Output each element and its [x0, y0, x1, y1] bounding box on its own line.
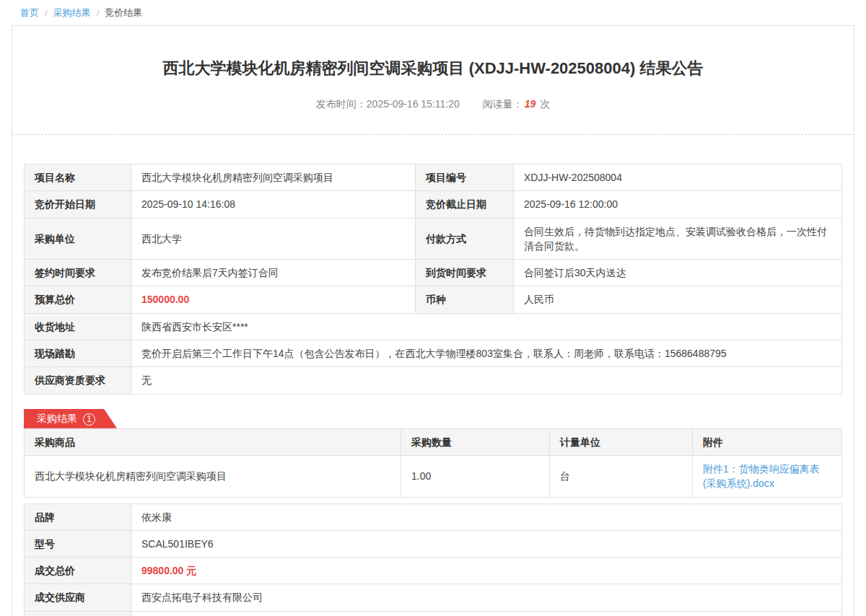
table-row: 品牌 依米康	[25, 503, 842, 530]
budget-total-value: 150000.00	[131, 286, 416, 313]
table-header-row: 采购商品 采购数量 计量单位 附件	[25, 428, 842, 455]
table-row: 现场踏勘 竞价开启后第三个工作日下午14点（包含公告发布日），在西北大学物理楼8…	[25, 340, 842, 367]
read-count-unit: 次	[540, 98, 550, 110]
column-header-quantity: 采购数量	[401, 428, 550, 455]
info-label: 竞价开始日期	[25, 191, 131, 218]
table-row: 竞价开始日期 2025-09-10 14:16:08 竞价截止日期 2025-0…	[25, 191, 842, 218]
table-row: 型号 SCAL501IBEY6	[25, 530, 842, 557]
read-count: 阅读量：19 次	[483, 98, 550, 110]
info-value: 竞价开启后第三个工作日下午14点（包含公告发布日），在西北大学物理楼803室集合…	[131, 340, 842, 367]
model-value: SCAL501IBEY6	[131, 530, 842, 557]
table-row: 采购单位 西北大学 付款方式 合同生效后，待货物到达指定地点、安装调试验收合格后…	[25, 218, 842, 260]
info-label: 采购单位	[25, 218, 131, 260]
result-items-table: 采购商品 采购数量 计量单位 附件 西北大学模块化机房精密列间空调采购项目 1.…	[24, 428, 842, 498]
info-value: 无	[131, 367, 842, 394]
breadcrumb-home-link[interactable]: 首页	[20, 6, 39, 19]
announcement-meta: 发布时间：2025-09-16 15:11:20 阅读量：19 次	[12, 98, 854, 111]
table-row: 签约时间要求 发布竞价结果后7天内签订合同 到货时间要求 合同签订后30天内送达	[25, 260, 842, 286]
product-quantity: 1.00	[401, 455, 550, 497]
info-label: 竞价截止日期	[416, 191, 514, 218]
breadcrumb: 首页 / 采购结果 / 竞价结果	[0, 0, 866, 25]
read-count-label: 阅读量：	[483, 98, 523, 110]
detail-label: 成交供应商	[25, 584, 131, 611]
table-row: 预算总价 150000.00 币种 人民币	[25, 286, 842, 313]
table-row: 成交总价 99800.00 元	[25, 558, 842, 584]
info-label: 收货地址	[25, 313, 131, 340]
attachment-link[interactable]: 附件1：货物类响应偏离表(采购系统).docx	[703, 463, 820, 489]
page-title: 西北大学模块化机房精密列间空调采购项目 (XDJJ-HW-202508004) …	[12, 58, 854, 79]
info-label: 付款方式	[416, 218, 514, 260]
info-value: 发布竞价结果后7天内签订合同	[131, 260, 416, 286]
column-header-unit: 计量单位	[550, 428, 693, 455]
brand-value: 依米康	[131, 503, 842, 530]
column-header-attachment: 附件	[693, 428, 842, 455]
divider	[12, 134, 854, 135]
info-value: 合同生效后，待货物到达指定地点、安装调试验收合格后，一次性付清合同货款。	[514, 218, 842, 260]
table-row: 项目名称 西北大学模块化机房精密列间空调采购项目 项目编号 XDJJ-HW-20…	[25, 164, 842, 191]
info-label: 到货时间要求	[416, 260, 514, 286]
info-label: 项目编号	[416, 164, 514, 191]
table-row: 供应商资质要求 无	[25, 367, 842, 394]
deal-total-price-value: 99800.00 元	[131, 558, 842, 584]
detail-label: 质保及售后服务	[25, 611, 131, 616]
detail-label: 品牌	[25, 503, 131, 530]
publish-time-value: 2025-09-16 15:11:20	[367, 98, 460, 110]
supplier-value: 西安点拓电子科技有限公司	[131, 584, 842, 611]
info-value: 人民币	[514, 286, 842, 313]
info-label: 币种	[416, 286, 514, 313]
warranty-value: 提供五年质保。	[131, 611, 842, 616]
breadcrumb-separator: /	[97, 8, 100, 19]
announcement-card: 西北大学模块化机房精密列间空调采购项目 (XDJJ-HW-202508004) …	[12, 25, 854, 616]
info-label: 项目名称	[25, 164, 131, 191]
info-value: 陕西省西安市长安区****	[131, 313, 842, 340]
publish-time: 发布时间：2025-09-16 15:11:20	[316, 98, 460, 110]
info-value: 西北大学模块化机房精密列间空调采购项目	[131, 164, 416, 191]
project-info-table: 项目名称 西北大学模块化机房精密列间空调采购项目 项目编号 XDJJ-HW-20…	[24, 164, 842, 395]
info-label: 预算总价	[25, 286, 131, 313]
breadcrumb-purchase-results-link[interactable]: 采购结果	[53, 6, 91, 19]
table-row: 收货地址 陕西省西安市长安区****	[25, 313, 842, 340]
info-value: 2025-09-16 12:00:00	[514, 191, 842, 218]
product-name: 西北大学模块化机房精密列间空调采购项目	[25, 455, 401, 497]
info-value: XDJJ-HW-202508004	[514, 164, 842, 191]
info-value: 2025-09-10 14:16:08	[131, 191, 416, 218]
product-unit: 台	[550, 455, 693, 497]
info-label: 现场踏勘	[25, 340, 131, 367]
info-value: 西北大学	[131, 218, 416, 260]
publish-time-label: 发布时间：	[316, 98, 367, 110]
result-badge-count: 1	[83, 413, 95, 426]
result-section-badge: 采购结果1	[24, 409, 117, 428]
detail-label: 型号	[25, 530, 131, 557]
info-label: 供应商资质要求	[25, 367, 131, 394]
breadcrumb-separator: /	[45, 8, 48, 19]
result-badge-label: 采购结果	[37, 413, 77, 424]
info-label: 签约时间要求	[25, 260, 131, 286]
breadcrumb-current: 竞价结果	[105, 6, 142, 19]
detail-label: 成交总价	[25, 558, 131, 584]
read-count-value: 19	[525, 98, 536, 110]
result-detail-table: 品牌 依米康 型号 SCAL501IBEY6 成交总价 99800.00 元 成…	[24, 503, 842, 616]
table-row: 西北大学模块化机房精密列间空调采购项目 1.00 台 附件1：货物类响应偏离表(…	[25, 455, 842, 497]
column-header-product: 采购商品	[25, 428, 401, 455]
table-row: 成交供应商 西安点拓电子科技有限公司	[25, 584, 842, 611]
table-row: 质保及售后服务 提供五年质保。	[25, 611, 842, 616]
info-value: 合同签订后30天内送达	[514, 260, 842, 286]
